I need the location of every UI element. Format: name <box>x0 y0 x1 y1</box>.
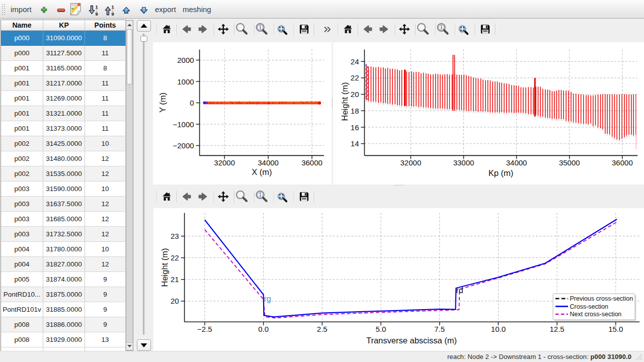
svg-text:21: 21 <box>171 275 179 284</box>
svg-text:35000: 35000 <box>558 158 580 166</box>
svg-text:−1000: −1000 <box>173 120 194 128</box>
svg-text:−2000: −2000 <box>173 141 194 150</box>
svg-text:9: 9 <box>112 12 114 16</box>
svg-text:24: 24 <box>350 57 359 65</box>
svg-text:Height (m): Height (m) <box>340 82 349 121</box>
svg-text:2.5: 2.5 <box>317 324 328 333</box>
svg-text:18: 18 <box>350 106 359 115</box>
svg-text:0: 0 <box>190 99 194 107</box>
svg-text:Previous cross-section: Previous cross-section <box>570 295 633 302</box>
svg-text:20: 20 <box>171 297 179 305</box>
svg-text:2000: 2000 <box>177 56 194 64</box>
svg-text:20: 20 <box>350 90 359 99</box>
svg-text:Kp (m): Kp (m) <box>488 168 513 177</box>
svg-text:X (m): X (m) <box>252 167 272 176</box>
svg-text:16: 16 <box>350 123 359 131</box>
svg-text:33000: 33000 <box>453 158 474 166</box>
svg-text:10.0: 10.0 <box>491 324 506 333</box>
svg-text:rd: rd <box>456 286 463 294</box>
svg-text:Height (m): Height (m) <box>160 248 169 287</box>
svg-text:32000: 32000 <box>214 158 235 166</box>
svg-text:32000: 32000 <box>400 158 421 166</box>
svg-text:5.0: 5.0 <box>376 324 386 333</box>
svg-text:36000: 36000 <box>301 158 323 166</box>
svg-text:22: 22 <box>171 253 179 262</box>
svg-text:23: 23 <box>171 232 179 240</box>
svg-text:22: 22 <box>350 73 359 82</box>
svg-text:0.0: 0.0 <box>258 324 269 333</box>
svg-text:34000: 34000 <box>258 158 279 166</box>
svg-text:36000: 36000 <box>612 158 633 166</box>
svg-text:−2.5: −2.5 <box>197 324 212 333</box>
svg-text:rg: rg <box>264 294 271 303</box>
svg-text:Cross-section: Cross-section <box>570 303 608 310</box>
svg-text:Next cross-section: Next cross-section <box>570 311 622 318</box>
svg-text:34000: 34000 <box>506 158 527 166</box>
svg-text:1: 1 <box>96 5 98 10</box>
svg-text:12.5: 12.5 <box>549 324 564 333</box>
svg-text:1000: 1000 <box>177 77 194 85</box>
svg-text:Y (m): Y (m) <box>158 92 167 112</box>
svg-text:14: 14 <box>350 139 359 148</box>
svg-text:Transverse abscissa (m): Transverse abscissa (m) <box>366 336 457 345</box>
svg-text:9: 9 <box>96 12 98 16</box>
svg-text:7.5: 7.5 <box>434 324 445 333</box>
svg-text:15.0: 15.0 <box>608 324 623 333</box>
svg-text:1: 1 <box>112 5 114 10</box>
